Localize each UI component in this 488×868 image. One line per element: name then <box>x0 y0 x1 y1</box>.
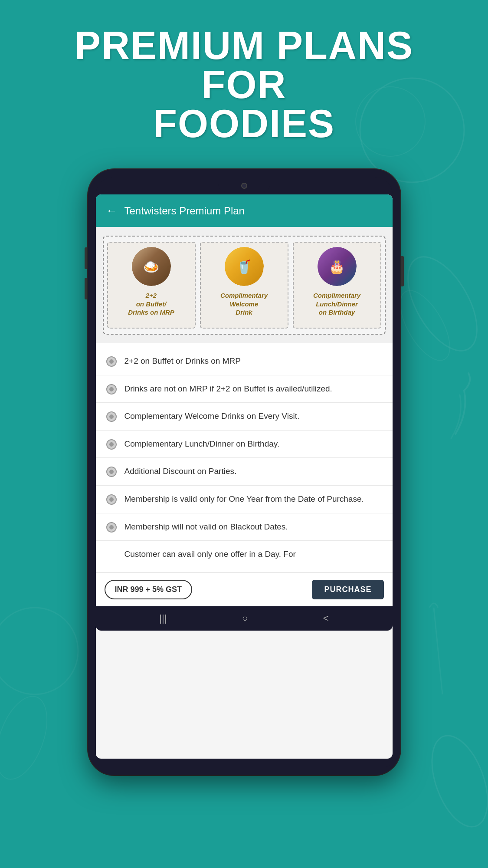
vol-up-button <box>85 247 87 269</box>
radio-3[interactable] <box>106 411 117 422</box>
drinks-image: 🥤 <box>225 247 264 286</box>
feature-text-3: Complementary Welcome Drinks on Every Vi… <box>124 411 382 422</box>
phone-bottom-bar <box>96 759 393 767</box>
feature-item-6: Membership is valid only for One Year fr… <box>96 486 393 513</box>
feature-text-2: Drinks are not on MRP if 2+2 on Buffet i… <box>124 383 382 395</box>
benefits-carousel: 🍛 2+2on Buffet/Drinks on MRP 🥤 Complimen… <box>103 236 386 335</box>
page-header: PREMIUM PLANS FOR FOODIES <box>0 0 488 161</box>
purchase-button[interactable]: PURCHASE <box>312 580 383 599</box>
back-button[interactable]: ← <box>106 204 118 217</box>
feature-text-7: Membership will not valid on Blackout Da… <box>124 521 382 533</box>
feature-text-5: Additional Discount on Parties. <box>124 466 382 477</box>
benefit-label-buffet: 2+2on Buffet/Drinks on MRP <box>128 291 174 317</box>
benefit-label-welcome-drink: ComplimentaryWelcomeDrink <box>220 291 268 317</box>
feature-text-6: Membership is valid only for One Year fr… <box>124 493 382 505</box>
phone-notch-bar <box>96 177 393 194</box>
phone-camera <box>241 183 247 189</box>
benefit-card-birthday[interactable]: 🎂 ComplimentaryLunch/Dinneron Birthday <box>293 242 381 329</box>
benefit-img-buffet: 🍛 <box>132 247 171 286</box>
bottom-bar: INR 999 + 5% GST PURCHASE <box>96 572 393 606</box>
phone-nav: ||| ○ < <box>96 606 393 631</box>
radio-1[interactable] <box>106 356 117 367</box>
price-badge: INR 999 + 5% GST <box>105 580 193 599</box>
nav-home-icon[interactable]: ○ <box>242 613 248 624</box>
benefit-label-birthday: ComplimentaryLunch/Dinneron Birthday <box>313 291 360 317</box>
feature-item-1: 2+2 on Buffet or Drinks on MRP <box>96 348 393 375</box>
feature-item-8: Customer can avail only one offer in a D… <box>96 541 393 568</box>
food-image: 🍛 <box>132 247 171 286</box>
vol-down-button <box>85 278 87 299</box>
feature-item-4: Complementary Lunch/Dinner on Birthday. <box>96 431 393 458</box>
power-button <box>401 256 404 286</box>
feature-item-2: Drinks are not on MRP if 2+2 on Buffet i… <box>96 375 393 403</box>
nav-recent-icon[interactable]: ||| <box>159 613 167 624</box>
phone-notch <box>218 180 270 192</box>
feature-text-1: 2+2 on Buffet or Drinks on MRP <box>124 355 382 367</box>
page-title: PREMIUM PLANS FOR FOODIES <box>35 26 453 143</box>
app-bar: ← Tentwisters Premium Plan <box>96 194 393 227</box>
phone-mockup: ← Tentwisters Premium Plan 🍛 2+2on Buffe… <box>0 169 488 775</box>
benefit-card-buffet[interactable]: 🍛 2+2on Buffet/Drinks on MRP <box>107 242 196 329</box>
radio-7[interactable] <box>106 522 117 533</box>
radio-6[interactable] <box>106 494 117 505</box>
benefit-card-welcome-drink[interactable]: 🥤 ComplimentaryWelcomeDrink <box>200 242 288 329</box>
feature-item-7: Membership will not valid on Blackout Da… <box>96 513 393 541</box>
feature-text-4: Complementary Lunch/Dinner on Birthday. <box>124 438 382 450</box>
radio-2[interactable] <box>106 384 117 395</box>
nav-back-icon[interactable]: < <box>323 613 329 624</box>
feature-item-3: Complementary Welcome Drinks on Every Vi… <box>96 403 393 431</box>
phone-screen: ← Tentwisters Premium Plan 🍛 2+2on Buffe… <box>96 194 393 759</box>
radio-4[interactable] <box>106 439 117 450</box>
phone-body: ← Tentwisters Premium Plan 🍛 2+2on Buffe… <box>88 169 400 775</box>
app-bar-title: Tentwisters Premium Plan <box>124 205 245 217</box>
features-list: 2+2 on Buffet or Drinks on MRP Drinks ar… <box>96 343 393 572</box>
birthday-image: 🎂 <box>318 247 357 286</box>
benefit-img-drink: 🥤 <box>225 247 264 286</box>
feature-item-5: Additional Discount on Parties. <box>96 458 393 486</box>
feature-text-8: Customer can avail only one offer in a D… <box>124 549 382 560</box>
radio-5[interactable] <box>106 467 117 477</box>
benefit-img-birthday: 🎂 <box>318 247 357 286</box>
benefits-section: 🍛 2+2on Buffet/Drinks on MRP 🥤 Complimen… <box>96 227 393 343</box>
